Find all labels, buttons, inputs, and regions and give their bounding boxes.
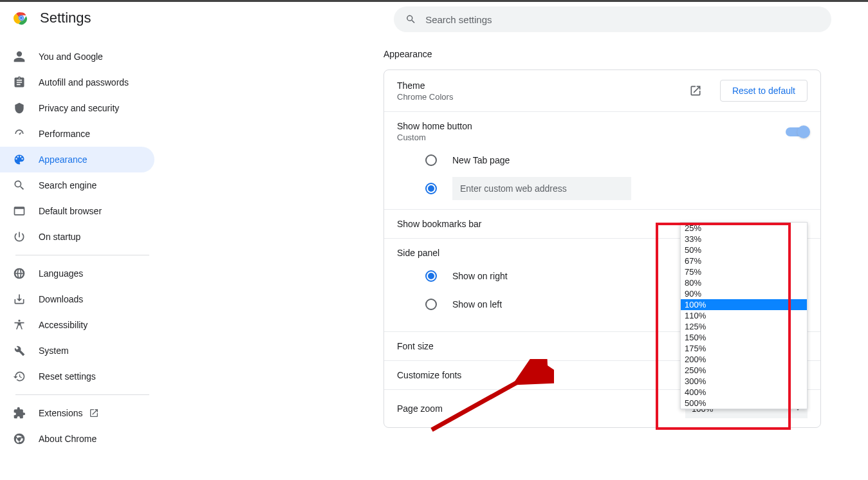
page-zoom-label: Page zoom [397, 403, 443, 414]
chrome-icon [13, 432, 26, 445]
wrench-icon [13, 344, 26, 357]
sidebar-item-default-browser[interactable]: Default browser [0, 198, 154, 224]
zoom-option[interactable]: 100% [681, 299, 807, 310]
sidebar-item-label: Performance [39, 129, 90, 139]
sidebar-item-languages[interactable]: Languages [0, 261, 154, 286]
customize-fonts-label: Customize fonts [397, 370, 461, 380]
svg-point-3 [20, 17, 23, 19]
sidebar-item-label: Extensions [39, 408, 82, 418]
divider [15, 394, 149, 395]
sidebar-item-label: Reset settings [39, 371, 96, 382]
zoom-option[interactable]: 67% [681, 255, 807, 266]
radio-label-right: Show on right [452, 271, 508, 281]
sidebar-item-search-engine[interactable]: Search engine [0, 172, 154, 198]
zoom-option[interactable]: 80% [681, 277, 807, 288]
sidebar-item-system[interactable]: System [0, 338, 154, 364]
search-input[interactable] [425, 14, 820, 25]
sidebar-item-label: Accessibility [39, 320, 88, 330]
zoom-option[interactable]: 90% [681, 288, 807, 299]
search-bar[interactable] [394, 6, 831, 32]
zoom-option[interactable]: 250% [681, 365, 807, 376]
radio-icon [425, 154, 437, 166]
sidebar-item-about-chrome[interactable]: About Chrome [0, 426, 154, 452]
power-icon [13, 230, 26, 243]
open-theme-button[interactable] [684, 79, 707, 102]
appearance-card: Theme Chrome Colors Reset to default Sho… [383, 69, 821, 428]
chrome-logo-icon [13, 10, 30, 26]
zoom-option[interactable]: 25% [681, 223, 807, 234]
radio-label-left: Show on left [452, 299, 502, 309]
sidebar-item-label: Privacy and security [39, 103, 119, 113]
accessibility-icon [13, 318, 26, 331]
sidebar: You and GoogleAutofill and passwordsPriv… [0, 36, 165, 480]
search-icon [405, 14, 416, 25]
radio-new-tab[interactable]: New Tab page [425, 146, 808, 174]
person-icon [13, 50, 26, 63]
sidebar-item-label: System [39, 346, 69, 356]
page-zoom-dropdown[interactable]: 25%33%50%67%75%80%90%100%110%125%150%175… [680, 222, 808, 409]
sidebar-item-downloads[interactable]: Downloads [0, 286, 154, 312]
open-in-new-icon [89, 408, 99, 418]
speed-icon [13, 127, 26, 140]
zoom-option[interactable]: 125% [681, 321, 807, 332]
font-size-label: Font size [397, 341, 434, 351]
home-toggle[interactable] [786, 127, 808, 136]
bookmarks-label: Show bookmarks bar [397, 219, 482, 229]
zoom-option[interactable]: 50% [681, 245, 807, 255]
zoom-option[interactable]: 175% [681, 343, 807, 354]
sidebar-item-label: You and Google [39, 51, 103, 62]
sidebar-item-autofill-and-passwords[interactable]: Autofill and passwords [0, 69, 154, 95]
radio-icon [425, 183, 437, 194]
sidebar-item-accessibility[interactable]: Accessibility [0, 312, 154, 338]
reset-theme-button[interactable]: Reset to default [720, 80, 808, 102]
home-label: Show home button [397, 121, 472, 131]
main-content: Appearance Theme Chrome Colors Reset to … [165, 36, 868, 480]
zoom-option[interactable]: 300% [681, 376, 807, 387]
radio-label-new-tab: New Tab page [452, 155, 510, 165]
sidebar-item-label: Default browser [39, 206, 102, 216]
home-value: Custom [397, 133, 472, 142]
zoom-option[interactable]: 75% [681, 266, 807, 277]
zoom-option[interactable]: 33% [681, 234, 807, 245]
sidebar-item-label: About Chrome [39, 434, 97, 444]
sidebar-item-performance[interactable]: Performance [0, 121, 154, 147]
sidebar-item-privacy-and-security[interactable]: Privacy and security [0, 95, 154, 121]
extension-icon [13, 407, 26, 420]
assignment-icon [13, 76, 26, 89]
search-icon [13, 179, 26, 192]
sidebar-item-label: Downloads [39, 294, 83, 304]
theme-row: Theme Chrome Colors Reset to default [384, 70, 820, 112]
radio-custom-address[interactable] [425, 174, 808, 203]
header: Settings [0, 0, 868, 36]
sidebar-item-label: Appearance [39, 154, 88, 165]
sidebar-item-reset-settings[interactable]: Reset settings [0, 364, 154, 389]
sidebar-item-label: Autofill and passwords [39, 77, 129, 88]
radio-icon [425, 270, 437, 282]
browser-icon [13, 205, 26, 217]
divider [15, 255, 149, 255]
sidebar-item-on-startup[interactable]: On startup [0, 224, 154, 250]
section-title: Appearance [383, 49, 821, 59]
sidebar-item-appearance[interactable]: Appearance [0, 147, 154, 172]
radio-icon [425, 299, 437, 310]
custom-address-input[interactable] [452, 177, 631, 200]
theme-value: Chrome Colors [397, 92, 453, 102]
sidebar-item-extensions[interactable]: Extensions [0, 400, 154, 426]
zoom-option[interactable]: 400% [681, 387, 807, 398]
globe-icon [13, 267, 26, 280]
page-zoom-row: Page zoom 100% 25%33%50%67%75%80%90%100%… [384, 390, 820, 427]
sidebar-item-label: Languages [39, 268, 83, 279]
sidebar-item-label: On startup [39, 232, 80, 242]
shield-icon [13, 102, 26, 115]
zoom-option[interactable]: 150% [681, 332, 807, 343]
palette-icon [13, 153, 26, 166]
zoom-option[interactable]: 110% [681, 310, 807, 321]
theme-label: Theme [397, 80, 453, 91]
page-title: Settings [40, 10, 91, 26]
zoom-option[interactable]: 500% [681, 398, 807, 409]
sidebar-item-you-and-google[interactable]: You and Google [0, 44, 154, 69]
sidebar-item-label: Search engine [39, 180, 97, 190]
zoom-option[interactable]: 200% [681, 354, 807, 365]
open-in-new-icon [689, 84, 702, 97]
home-button-row: Show home button Custom New Tab page [384, 112, 820, 210]
